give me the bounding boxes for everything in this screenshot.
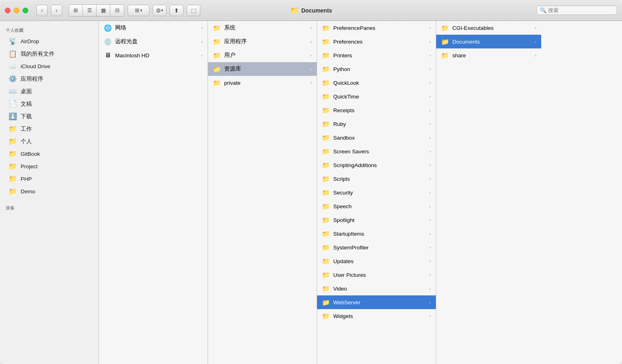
cover-flow-button[interactable]: ⊟	[110, 5, 124, 16]
item-label: Documents	[452, 39, 532, 45]
sidebar-item-label: AirDrop	[21, 38, 39, 44]
sidebar-item-gitbook[interactable]: 📁 GitBook	[2, 148, 96, 160]
sidebar-item-label: 个人	[21, 138, 32, 145]
chevron-right-icon: ›	[429, 231, 431, 236]
column-4: 📁 CGI-Executables › 📁 Documents › 📁 shar…	[436, 21, 541, 364]
sidebar-item-label: PHP	[21, 176, 32, 182]
list-item[interactable]: 💿 远程光盘 ›	[99, 35, 208, 48]
list-item[interactable]: 📁 系统 ›	[208, 21, 317, 35]
sidebar-item-label: GitBook	[21, 151, 40, 157]
folder-icon: 📁	[322, 271, 330, 279]
search-icon: 🔍	[540, 7, 546, 13]
tag-button[interactable]: ⬚	[187, 5, 200, 16]
chevron-right-icon: ›	[429, 67, 431, 71]
sidebar-item-airdrop[interactable]: 📡 AirDrop	[2, 35, 96, 48]
chevron-right-icon: ›	[429, 272, 431, 277]
list-item[interactable]: 📁 Ruby ›	[317, 117, 436, 131]
item-label: 用户	[224, 52, 307, 59]
list-item[interactable]: 📁 Speech ›	[317, 199, 436, 213]
list-item[interactable]: 📁 Sandbox ›	[317, 131, 436, 144]
chevron-right-icon: ›	[429, 286, 431, 291]
list-item[interactable]: 📁 Printers ›	[317, 48, 436, 62]
item-label: Sandbox	[333, 135, 426, 141]
chevron-right-icon: ›	[429, 218, 431, 222]
list-item[interactable]: 📁 CGI-Executables ›	[436, 21, 541, 35]
sidebar-item-demo[interactable]: 📁 Demo	[2, 185, 96, 198]
column-1: 🌐 网络 › 💿 远程光盘 › 🖥 Macintosh HD ›	[99, 21, 208, 364]
finder-window: ‹ › ⊞ ☰ ▦ ⊟ ⊞ ▾ ⚙ ▾ ⬆ ⬚	[0, 0, 622, 364]
list-item[interactable]: 📁 Python ›	[317, 62, 436, 76]
list-item[interactable]: 📁 ScriptingAdditions ›	[317, 158, 436, 172]
item-label: ScriptingAdditions	[333, 162, 426, 168]
tag-icon: ⬚	[191, 7, 196, 14]
list-item[interactable]: 📁 Security ›	[317, 186, 436, 199]
column-view-button[interactable]: ▦	[97, 5, 110, 16]
list-item[interactable]: 📁 Scripts ›	[317, 172, 436, 186]
list-item-webserver[interactable]: 📁 WebServer ›	[317, 295, 436, 309]
list-item[interactable]: 📁 User Pictures ›	[317, 268, 436, 282]
list-item[interactable]: 📁 share ›	[436, 48, 541, 62]
folder-icon: 📁	[322, 257, 330, 265]
close-button[interactable]	[5, 8, 11, 13]
list-item[interactable]: 📁 QuickLook ›	[317, 76, 436, 90]
sidebar-item-docs[interactable]: 📄 文稿	[2, 98, 96, 110]
gitbook-icon: 📁	[8, 150, 17, 158]
list-item[interactable]: 📁 Updates ›	[317, 254, 436, 268]
list-item[interactable]: 🖥 Macintosh HD ›	[99, 48, 208, 62]
maximize-button[interactable]	[23, 8, 28, 13]
list-item[interactable]: 🌐 网络 ›	[99, 21, 208, 35]
list-item[interactable]: 📁 Receipts ›	[317, 103, 436, 117]
column-3: 📁 PreferencePanes › 📁 Preferences › 📁 Pr…	[317, 21, 436, 364]
sidebar-item-icloud[interactable]: ☁️ iCloud Drive	[2, 60, 96, 73]
users-folder-icon: 📁	[213, 52, 221, 59]
icon-view-button[interactable]: ⊞	[69, 5, 83, 16]
folder-icon: 📁	[322, 93, 330, 100]
settings-chevron: ▾	[161, 8, 163, 13]
chevron-right-icon: ›	[429, 149, 431, 154]
list-item[interactable]: 📁 StartupItems ›	[317, 227, 436, 241]
personal-icon: 📁	[8, 137, 17, 146]
item-label: Scripts	[333, 176, 426, 182]
folder-icon: 📁	[322, 120, 330, 128]
sidebar-item-myfiles[interactable]: 📋 我的所有文件	[2, 48, 96, 60]
sidebar-item-personal[interactable]: 📁 个人	[2, 135, 96, 148]
list-item[interactable]: 📁 PreferencePanes ›	[317, 21, 436, 35]
gear-icon: ⚙	[156, 7, 161, 14]
list-item[interactable]: 📁 应用程序 ›	[208, 35, 317, 48]
sidebar-item-downloads[interactable]: ⬇️ 下载	[2, 110, 96, 123]
title-folder-icon: 📁	[290, 6, 299, 15]
docs-icon: 📄	[8, 100, 17, 108]
list-item[interactable]: 📁 Widgets ›	[317, 309, 436, 323]
settings-button[interactable]: ⚙ ▾	[153, 5, 166, 16]
sidebar-item-apps[interactable]: ⚙️ 应用程序	[2, 73, 96, 85]
search-bar[interactable]: 🔍	[536, 6, 617, 15]
item-label: User Pictures	[333, 272, 426, 278]
list-item[interactable]: 📁 Spotlight ›	[317, 213, 436, 227]
list-view-button[interactable]: ☰	[83, 5, 97, 16]
folder-icon: 📁	[322, 312, 330, 320]
sidebar-item-project[interactable]: 📁 Project	[2, 160, 96, 173]
arrange-button[interactable]: ⊞ ▾	[128, 5, 149, 16]
list-item-documents[interactable]: 📁 Documents ›	[436, 35, 541, 48]
chevron-right-icon: ›	[429, 314, 431, 318]
sidebar-item-work[interactable]: 📁 工作	[2, 123, 96, 135]
list-item[interactable]: 📁 Screen Savers ›	[317, 144, 436, 158]
list-item[interactable]: 📁 Preferences ›	[317, 35, 436, 48]
sidebar-item-php[interactable]: 📁 PHP	[2, 173, 96, 185]
list-item[interactable]: 📁 Video ›	[317, 282, 436, 295]
list-item[interactable]: 📁 SystemProfiler ›	[317, 241, 436, 254]
minimize-button[interactable]	[14, 8, 19, 13]
traffic-lights	[5, 8, 28, 13]
demo-icon: 📁	[8, 187, 17, 196]
list-item[interactable]: 📁 private ›	[208, 76, 317, 90]
search-input[interactable]	[548, 7, 614, 13]
share-button[interactable]: ⬆	[170, 5, 183, 16]
back-button[interactable]: ‹	[36, 5, 48, 16]
list-item[interactable]: 📁 资源库 ›	[208, 62, 317, 76]
folder-icon: 📁	[322, 244, 330, 251]
sidebar-item-label: Project	[21, 163, 38, 169]
sidebar-item-desktop[interactable]: ⌨️ 桌面	[2, 85, 96, 98]
list-item[interactable]: 📁 用户 ›	[208, 48, 317, 62]
list-item[interactable]: 📁 QuickTime ›	[317, 90, 436, 103]
forward-button[interactable]: ›	[51, 5, 62, 16]
